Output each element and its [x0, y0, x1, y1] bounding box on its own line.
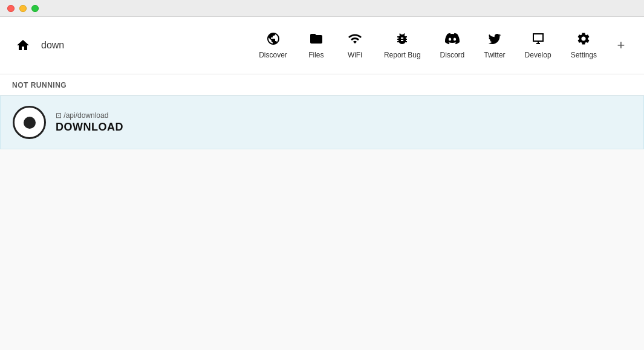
nav-left: down	[12, 34, 64, 56]
download-path: ⊡ /api/download	[56, 111, 123, 120]
twitter-icon	[487, 31, 502, 48]
download-info: ⊡ /api/download DOWNLOAD	[56, 111, 123, 134]
download-item[interactable]: ⊡ /api/download DOWNLOAD	[0, 96, 644, 149]
main-content: ⊡ /api/download DOWNLOAD	[0, 96, 644, 350]
develop-icon	[531, 31, 545, 48]
add-button[interactable]: +	[610, 34, 632, 56]
status-text: NOT RUNNING	[12, 81, 67, 89]
nav-item-wifi[interactable]: WiFi	[337, 27, 373, 64]
settings-label: Settings	[571, 51, 597, 59]
wifi-label: WiFi	[348, 51, 362, 59]
discord-icon	[445, 31, 460, 48]
twitter-label: Twitter	[484, 51, 505, 59]
home-button[interactable]	[12, 34, 34, 56]
nav-item-develop[interactable]: Develop	[516, 27, 560, 64]
nav-item-files[interactable]: Files	[298, 27, 334, 64]
globe-icon	[266, 31, 281, 48]
gear-icon	[576, 31, 591, 48]
nav-item-settings[interactable]: Settings	[562, 27, 605, 64]
maximize-button[interactable]	[31, 5, 39, 12]
nav-item-discover[interactable]: Discover	[250, 27, 296, 64]
discord-label: Discord	[440, 51, 465, 59]
bug-icon	[395, 31, 409, 48]
folder-icon	[309, 31, 324, 48]
download-title: DOWNLOAD	[56, 121, 123, 134]
app-window: down Discover Files	[0, 17, 644, 350]
nav-item-discord[interactable]: Discord	[432, 27, 473, 64]
develop-label: Develop	[525, 51, 551, 59]
record-icon	[13, 106, 46, 139]
minimize-button[interactable]	[19, 5, 27, 12]
status-bar: NOT RUNNING	[0, 74, 644, 96]
files-label: Files	[308, 51, 324, 59]
report-bug-label: Report Bug	[384, 51, 421, 59]
titlebar	[0, 0, 644, 17]
record-inner-dot	[24, 117, 36, 129]
nav-item-report-bug[interactable]: Report Bug	[376, 27, 429, 64]
discover-label: Discover	[259, 51, 287, 59]
wifi-icon	[348, 31, 362, 48]
navbar: down Discover Files	[0, 17, 644, 74]
close-button[interactable]	[7, 5, 15, 12]
nav-right: Discover Files WiFi	[250, 27, 632, 64]
nav-item-twitter[interactable]: Twitter	[475, 27, 513, 64]
server-name: down	[41, 40, 64, 51]
